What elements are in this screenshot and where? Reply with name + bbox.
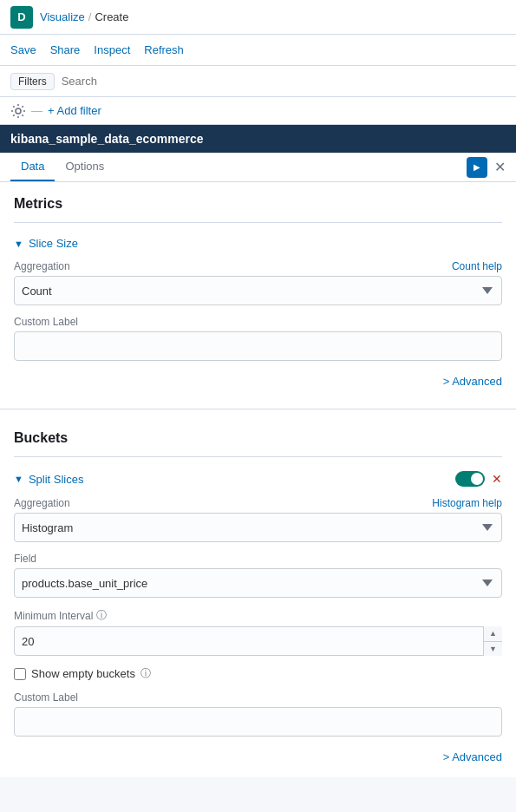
- filter-separator: —: [31, 104, 42, 117]
- metrics-aggregation-select[interactable]: Count: [14, 276, 502, 305]
- close-panel-button[interactable]: ✕: [494, 160, 506, 174]
- inspect-button[interactable]: Inspect: [94, 43, 130, 56]
- buckets-title: Buckets: [14, 430, 502, 446]
- refresh-button[interactable]: Refresh: [144, 43, 184, 56]
- split-slices-delete-button[interactable]: ✕: [492, 472, 502, 486]
- buckets-custom-label-label: Custom Label: [14, 691, 78, 704]
- breadcrumb: Visualize / Create: [40, 10, 128, 23]
- sections-divider: [0, 409, 516, 409]
- min-interval-info-icon[interactable]: ⓘ: [96, 608, 107, 623]
- slice-size-label: Slice Size: [29, 237, 78, 250]
- min-interval-input[interactable]: [14, 626, 502, 656]
- gear-icon: [10, 103, 26, 119]
- show-empty-buckets-label: Show empty buckets: [31, 667, 135, 680]
- buckets-advanced-row: > Advanced: [14, 747, 502, 770]
- buckets-aggregation-label: Aggregation: [14, 497, 70, 509]
- split-slices-header: ▼ Split Slices ✕: [14, 471, 502, 487]
- show-empty-buckets-info-icon[interactable]: ⓘ: [140, 666, 151, 681]
- filter-search-input[interactable]: [62, 75, 506, 88]
- buckets-field-field: Field products.base_unit_price: [14, 553, 502, 598]
- metrics-divider: [14, 222, 502, 223]
- share-button[interactable]: Share: [50, 43, 81, 56]
- breadcrumb-separator: /: [88, 10, 92, 23]
- slice-size-header[interactable]: ▼ Slice Size: [14, 237, 502, 250]
- tab-options[interactable]: Options: [55, 153, 114, 181]
- buckets-field-select[interactable]: products.base_unit_price: [14, 568, 502, 598]
- min-interval-increment[interactable]: ▲: [484, 626, 502, 642]
- min-interval-label-row: Minimum Interval ⓘ: [14, 608, 502, 623]
- show-empty-buckets-checkbox[interactable]: [14, 668, 26, 680]
- metrics-aggregation-label-row: Aggregation Count help: [14, 260, 502, 272]
- buckets-field-label: Field: [14, 553, 36, 565]
- filter-bar: Filters: [0, 66, 516, 97]
- buckets-divider: [14, 456, 502, 457]
- histogram-help-link[interactable]: Histogram help: [432, 497, 502, 509]
- metrics-advanced-link[interactable]: > Advanced: [443, 375, 502, 388]
- main-panel: Metrics ▼ Slice Size Aggregation Count h…: [0, 182, 516, 777]
- min-interval-decrement[interactable]: ▼: [484, 642, 502, 657]
- index-title: kibana_sample_data_ecommerce: [10, 132, 204, 146]
- buckets-field-label-row: Field: [14, 553, 502, 565]
- top-bar: D Visualize / Create: [0, 0, 516, 35]
- split-slices-chevron: ▼: [14, 474, 23, 484]
- run-button[interactable]: ▶: [467, 157, 487, 178]
- metrics-custom-label-label: Custom Label: [14, 316, 78, 328]
- count-help-link[interactable]: Count help: [452, 260, 502, 272]
- svg-point-0: [16, 108, 21, 114]
- slice-size-chevron: ▼: [14, 239, 23, 249]
- buckets-custom-label-input[interactable]: [14, 707, 502, 737]
- metrics-aggregation-field: Aggregation Count help Count: [14, 260, 502, 305]
- metrics-advanced-row: > Advanced: [14, 371, 502, 395]
- buckets-aggregation-select[interactable]: Histogram: [14, 513, 502, 542]
- min-interval-field: Minimum Interval ⓘ ▲ ▼: [14, 608, 502, 656]
- index-header: kibana_sample_data_ecommerce: [0, 125, 516, 153]
- split-slices-toggle[interactable]: [455, 471, 485, 487]
- split-slices-actions: ✕: [455, 471, 502, 487]
- breadcrumb-current: Create: [95, 10, 128, 23]
- tab-data[interactable]: Data: [10, 153, 55, 181]
- show-empty-buckets-row: Show empty buckets ⓘ: [14, 666, 502, 681]
- metrics-custom-label-label-row: Custom Label: [14, 316, 502, 328]
- buckets-custom-label-label-row: Custom Label: [14, 691, 502, 704]
- min-interval-spinners: ▲ ▼: [483, 626, 502, 656]
- app-icon: D: [10, 6, 33, 29]
- add-filter-button[interactable]: + Add filter: [48, 104, 101, 117]
- buckets-custom-label-field: Custom Label: [14, 691, 502, 737]
- panel-tabs: Data Options ▶ ✕: [0, 153, 516, 182]
- metrics-custom-label-input[interactable]: [14, 331, 502, 361]
- toggle-thumb: [471, 473, 483, 485]
- save-button[interactable]: Save: [10, 43, 36, 56]
- toggle-track: [455, 471, 485, 487]
- tab-actions: ▶ ✕: [467, 157, 506, 178]
- min-interval-wrap: ▲ ▼: [14, 626, 502, 656]
- buckets-section: Buckets ▼ Split Slices ✕ Aggregation His…: [0, 416, 516, 777]
- metrics-custom-label-field: Custom Label: [14, 316, 502, 361]
- buckets-aggregation-field: Aggregation Histogram help Histogram: [14, 497, 502, 542]
- split-slices-label[interactable]: Split Slices: [29, 473, 84, 486]
- min-interval-label: Minimum Interval: [14, 610, 93, 622]
- add-filter-row: — + Add filter: [0, 97, 516, 125]
- filters-badge[interactable]: Filters: [10, 73, 55, 90]
- metrics-section: Metrics ▼ Slice Size Aggregation Count h…: [0, 182, 516, 402]
- action-bar: Save Share Inspect Refresh: [0, 35, 516, 66]
- buckets-aggregation-label-row: Aggregation Histogram help: [14, 497, 502, 509]
- metrics-aggregation-label: Aggregation: [14, 260, 70, 272]
- metrics-title: Metrics: [14, 196, 502, 212]
- breadcrumb-parent[interactable]: Visualize: [40, 10, 85, 23]
- buckets-advanced-link[interactable]: > Advanced: [443, 750, 502, 763]
